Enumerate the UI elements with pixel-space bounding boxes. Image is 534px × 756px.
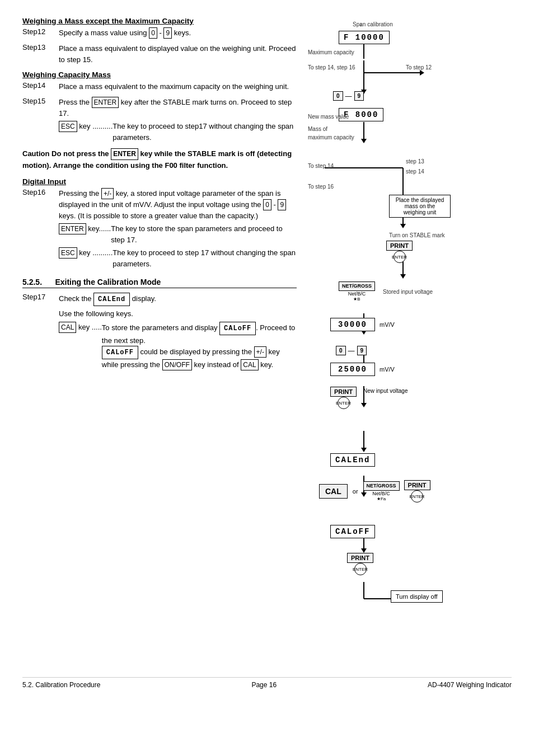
footer-right: AD-4407 Weighing Indicator — [428, 681, 512, 689]
step12-content: Specify a mass value using 0 - 9 keys. — [59, 27, 297, 39]
mv-v-label2: mV/V — [380, 366, 395, 373]
place-mass-box: Place the displayedmass on theweighing u… — [389, 195, 451, 218]
diagram-wrapper: Span calibration ↓ F 10000 Maximum capac… — [308, 17, 465, 660]
section-title-weighing-mass: Weighing a Mass except the Maximum Capac… — [22, 17, 297, 25]
display-30000: 30000 mV/V — [330, 316, 395, 333]
step12-key9: 9 — [163, 27, 172, 39]
step16-row: Step16 Pressing the +/- key, a stored in… — [22, 188, 297, 270]
enter-sub-final: ENTER — [353, 567, 368, 572]
step15-row: Step15 Press the ENTER key after the STA… — [22, 97, 297, 143]
step17-caloff2: CALoFF — [102, 346, 138, 359]
step16-enter-content: The key to store the span parameters and… — [111, 223, 297, 245]
star-label: ★B — [339, 297, 375, 302]
step16-sub1: ENTER key...... The key to store the spa… — [59, 223, 297, 245]
step17-sub0: Use the following keys. — [59, 308, 297, 320]
step14-content: Place a mass equivalent to the maximum c… — [59, 81, 297, 92]
step15-esc-content: The key to proceed to step17 without cha… — [113, 121, 297, 143]
step17-text: Check the CALEnd display. — [59, 293, 297, 306]
section-title-weighing-capacity: Weighing Capacity Mass — [22, 71, 297, 79]
step13-label: Step13 — [22, 43, 59, 51]
key-0-btn-top: 0 — [333, 91, 343, 101]
turn-display-off-box: Turn display off — [391, 590, 443, 603]
to-step14-label: To step 14 — [308, 161, 334, 170]
footer-center: Page 16 — [251, 681, 277, 689]
section-heading-exiting: 5.2.5. Exiting the Calibration Mode — [22, 278, 297, 288]
f10000-display: F 10000 — [339, 31, 390, 44]
net-bc-label: Net/B/C — [339, 291, 375, 297]
svg-marker-26 — [361, 548, 367, 553]
keys-0-9-top: 0 — 9 — [333, 90, 364, 102]
print-btn-final: PRINT — [347, 553, 373, 563]
caloff-display: CALoFF — [330, 525, 375, 538]
to-step16-label: To step 16 — [308, 182, 334, 190]
mass-max-label: Mass ofmaximum capacity — [308, 124, 354, 141]
print-btn-bot: PRINT — [404, 480, 430, 490]
page-footer: 5.2. Calibration Procedure Page 16 AD-44… — [22, 677, 512, 689]
step15-esc-label: ESC key .......... — [59, 121, 113, 143]
or-text: or — [350, 488, 360, 495]
right-column: Span calibration ↓ F 10000 Maximum capac… — [308, 17, 512, 660]
step17-cal-content: To store the parameters and display CALo… — [102, 322, 297, 371]
to-step12-label: To step 12 — [406, 63, 432, 71]
exiting-title: Exiting the Calibration Mode — [55, 278, 161, 287]
enter-sub-bot: ENTER — [410, 494, 425, 499]
print-enter-btn-top: PRINT ENTER — [386, 241, 413, 263]
step15-enter-key: ENTER — [92, 97, 119, 108]
display-25000: 25000 mV/V — [330, 361, 395, 378]
step17-content: Check the CALEnd display. Use the follow… — [59, 293, 297, 370]
step16-text: Pressing the +/- key, a stored input vol… — [59, 188, 297, 222]
print-btn-mid: PRINT — [330, 387, 357, 397]
step15-label: Step15 — [22, 97, 59, 105]
step17-onoff-key: ON/OFF — [162, 359, 192, 370]
step16-enter-label: ENTER key...... — [59, 223, 111, 245]
caution-enter-key: ENTER — [111, 148, 138, 160]
step14-row: Step14 Place a mass equivalent to the ma… — [22, 81, 297, 92]
step15-sub1: ESC key .......... The key to proceed to… — [59, 121, 297, 143]
net-gross-section: NET/GROSS Net/B/C ★B Stored input voltag… — [339, 280, 433, 303]
svg-marker-7 — [361, 139, 367, 143]
cal-or-row: CAL or NET/GROSS Net/B/C ★Fa PRINT ENTER — [319, 478, 430, 504]
svg-marker-14 — [400, 274, 406, 279]
step13-row: Step13 Place a mass equivalent to displa… — [22, 43, 297, 65]
step16-esc-label: ESC key .......... — [59, 247, 113, 269]
main-layout: Weighing a Mass except the Maximum Capac… — [22, 17, 512, 660]
step13-diag-label: step 13 — [406, 157, 424, 165]
left-column: Weighing a Mass except the Maximum Capac… — [22, 17, 297, 660]
step16-key9: 9 — [278, 199, 286, 210]
step14-label: Step14 — [22, 81, 59, 90]
cal-btn: CAL — [319, 484, 348, 499]
step17-calend-display: CALEnd — [93, 293, 130, 306]
step16-key0: 0 — [263, 199, 271, 210]
plus-fa-label: ★Fa — [363, 496, 400, 501]
print-enter-new-input: PRINT ENTER New input voltage — [330, 385, 408, 411]
step15-text: Press the ENTER key after the STABLE mar… — [59, 97, 297, 119]
keys-0-9-mid: 0 — 9 — [336, 344, 367, 357]
key-0-btn-mid: 0 — [336, 346, 346, 355]
key-9-btn-mid: 9 — [357, 346, 367, 355]
step17-label: Step17 — [22, 293, 59, 301]
step12-text1: Specify a mass value using — [59, 29, 147, 37]
mv-v-label1: mV/V — [380, 321, 395, 328]
step13-content: Place a mass equivalent to displayed val… — [59, 43, 297, 65]
step15-content: Press the ENTER key after the STABLE mar… — [59, 97, 297, 143]
page-container: Weighing a Mass except the Maximum Capac… — [22, 17, 512, 689]
enter-sub-mid: ENTER — [336, 401, 351, 406]
turn-stable-label: Turn on STABLE mark — [389, 231, 444, 239]
dash-top: — — [345, 92, 352, 100]
svg-marker-12 — [400, 224, 406, 228]
exiting-num: 5.2.5. — [22, 278, 42, 287]
print-enter-btn-bot: PRINT ENTER — [347, 553, 373, 575]
enter-sub-top: ENTER — [392, 255, 407, 260]
dash-mid: — — [348, 347, 355, 355]
step12-label: Step12 — [22, 27, 59, 36]
step16-plus-minus: +/- — [101, 188, 114, 199]
span-cal-label: Span calibration ↓ — [353, 20, 393, 28]
step17-caloff1: CALoFF — [219, 322, 256, 335]
net-bc-label2: Net/B/C — [363, 491, 400, 496]
step16-label: Step16 — [22, 188, 59, 196]
step14-diag-label: step 14 — [406, 167, 424, 175]
step17-pm-key: +/- — [254, 346, 266, 358]
step17-cal-key2: CAL — [241, 359, 258, 370]
svg-marker-22 — [361, 448, 367, 452]
new-input-label: New input voltage — [363, 388, 408, 394]
